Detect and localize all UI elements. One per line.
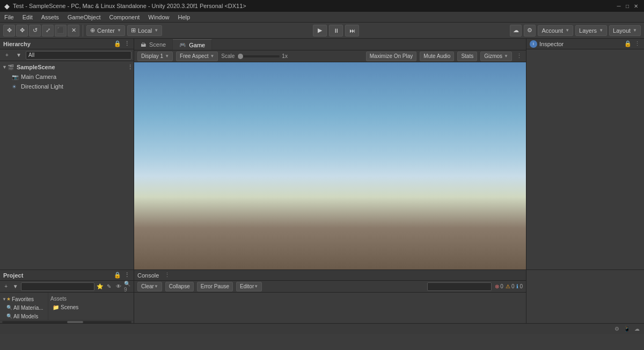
aspect-dropdown[interactable]: Free Aspect ▼ — [176, 52, 218, 61]
inspector-header: i Inspector 🔒 ⋮ — [526, 39, 644, 49]
console-toolbar: Clear ▼ Collapse Error Pause Editor ▼ ⊗ … — [134, 281, 526, 293]
project-search[interactable] — [21, 282, 94, 291]
play-button[interactable]: ▶ — [313, 25, 327, 37]
tree-all-materials[interactable]: 🔍 All Materia... — [0, 303, 48, 312]
layers-dropdown[interactable]: Layers ▼ — [575, 25, 607, 36]
main-scenes-label: Scenes — [61, 304, 78, 310]
hierarchy-item-directionallight[interactable]: ☀ Directional Light — [0, 82, 134, 91]
status-bar: ⚙ 📱 ☁ — [0, 323, 644, 334]
tree-favorites[interactable]: ▼ ★ Favorites — [0, 295, 48, 303]
pause-button[interactable]: ⏸ — [329, 25, 343, 37]
project-count: 🔍9 — [124, 281, 131, 293]
console-search-input[interactable] — [427, 282, 492, 291]
menu-assets[interactable]: Assets — [37, 12, 63, 23]
game-toolbar: Display 1 ▼ Free Aspect ▼ Scale 1x Maxim… — [134, 50, 526, 62]
tab-game[interactable]: 🎮 Game — [173, 39, 212, 50]
display-arrow: ▼ — [165, 54, 169, 59]
camera-label: Main Camera — [21, 74, 56, 80]
error-pause-button[interactable]: Error Pause — [197, 282, 233, 291]
stats-button[interactable]: Stats — [457, 52, 477, 61]
toolbar-right: ☁ ⚙ Account ▼ Layers ▼ Layout ▼ — [510, 25, 641, 37]
hierarchy-dropdown-button[interactable]: ▼ — [14, 50, 24, 60]
services-button[interactable]: ⚙ — [524, 25, 536, 37]
light-label: Directional Light — [21, 83, 63, 90]
layout-dropdown[interactable]: Layout ▼ — [609, 25, 641, 36]
scene-more[interactable]: ⋮ — [126, 63, 134, 71]
tab-scene[interactable]: 🏔 Scene — [134, 39, 173, 50]
hierarchy-more[interactable]: ⋮ — [123, 40, 130, 48]
project-tree: ▼ ★ Favorites 🔍 All Materia... 🔍 All Mod… — [0, 293, 48, 320]
project-content: ▼ ★ Favorites 🔍 All Materia... 🔍 All Mod… — [0, 293, 134, 320]
inspector-icon: i — [530, 40, 537, 48]
space-dropdown[interactable]: ⊞ Local ▼ — [127, 25, 162, 36]
menu-help[interactable]: Help — [173, 12, 194, 23]
project-add-button[interactable]: + — [2, 282, 10, 291]
display-label: Display 1 — [141, 53, 163, 59]
minimize-button[interactable]: ─ — [615, 2, 623, 10]
editor-dropdown[interactable]: Editor ▼ — [236, 282, 262, 291]
step-button[interactable]: ⏭ — [345, 25, 359, 37]
status-item-2: 📱 — [624, 326, 630, 332]
project-hscrollbar[interactable] — [2, 321, 131, 323]
transform-tool[interactable]: ✕ — [68, 25, 79, 37]
menu-component[interactable]: Component — [105, 12, 144, 23]
hierarchy-search[interactable] — [26, 51, 131, 60]
scene-tab-icon: 🏔 — [141, 42, 146, 48]
mute-button[interactable]: Mute Audio — [420, 52, 454, 61]
inspector-lock[interactable]: 🔒 — [625, 41, 631, 47]
pivot-dropdown[interactable]: ⊕ Center ▼ — [86, 25, 125, 36]
aspect-arrow: ▼ — [210, 54, 214, 59]
inspector-more[interactable]: ⋮ — [633, 40, 641, 48]
error-pause-label: Error Pause — [201, 283, 229, 289]
rect-tool[interactable]: ⬛ — [55, 25, 67, 37]
project-assets-path: Assets — [50, 295, 131, 303]
game-tab-icon: 🎮 — [179, 42, 186, 48]
game-toolbar-more[interactable]: ⋮ — [515, 53, 523, 60]
project-dropdown-button[interactable]: ▼ — [11, 282, 19, 291]
hand-tool[interactable]: ✥ — [3, 25, 15, 37]
pivot-label: Center — [97, 27, 115, 34]
status-icon-2: 📱 — [624, 326, 630, 332]
status-icon-1: ⚙ — [614, 326, 619, 332]
editor-label: Editor — [240, 283, 254, 289]
error-icon: ⊗ — [495, 283, 499, 289]
menu-file[interactable]: File — [0, 12, 18, 23]
menu-edit[interactable]: Edit — [18, 12, 37, 23]
scale-slider[interactable] — [237, 55, 280, 57]
project-scenes-folder[interactable]: 📁 Scenes — [50, 303, 131, 311]
inspector-content — [526, 49, 644, 269]
project-favorites-btn[interactable]: ⭐ — [96, 282, 104, 291]
project-more[interactable]: ⋮ — [123, 272, 130, 279]
clear-dropdown[interactable]: Clear ▼ — [137, 282, 162, 291]
account-dropdown[interactable]: Account ▼ — [538, 25, 573, 36]
project-lock[interactable]: 🔒 — [114, 272, 121, 279]
rotate-tool[interactable]: ↺ — [29, 25, 41, 37]
scale-tool[interactable]: ⤢ — [42, 25, 54, 37]
maximize-button[interactable]: Maximize On Play — [366, 52, 417, 61]
console-panel: Console ⋮ Clear ▼ Collapse Error Pause E… — [134, 269, 526, 323]
collapse-button[interactable]: Collapse — [165, 282, 194, 291]
scale-thumb — [238, 54, 243, 59]
hierarchy-lock[interactable]: 🔒 — [114, 41, 121, 47]
console-more[interactable]: ⋮ — [163, 272, 171, 279]
close-button[interactable]: ✕ — [632, 2, 640, 10]
scene-label: SampleScene — [17, 64, 55, 70]
account-label: Account — [541, 27, 563, 34]
menu-gameobject[interactable]: GameObject — [63, 12, 105, 23]
hierarchy-item-maincamera[interactable]: 📷 Main Camera — [0, 72, 134, 82]
move-tool[interactable]: ✥ — [16, 25, 28, 37]
game-tab-label: Game — [189, 42, 205, 48]
project-edit-btn[interactable]: ✎ — [105, 282, 113, 291]
project-view-btn[interactable]: 👁 — [115, 282, 122, 291]
layout-label: Layout — [613, 27, 631, 34]
maximize-button[interactable]: □ — [624, 2, 631, 10]
gizmos-dropdown[interactable]: Gizmos ▼ — [480, 52, 512, 61]
center-panel: 🏔 Scene 🎮 Game Display 1 ▼ Free Aspect ▼… — [134, 39, 526, 269]
display-dropdown[interactable]: Display 1 ▼ — [137, 52, 173, 61]
collab-button[interactable]: ☁ — [510, 25, 522, 37]
hierarchy-add-button[interactable]: + — [2, 50, 12, 60]
hierarchy-item-samplescene[interactable]: ▼ 🎬 SampleScene ⋮ — [0, 62, 134, 72]
menu-window[interactable]: Window — [144, 12, 173, 23]
tree-all-models[interactable]: 🔍 All Models — [0, 312, 48, 320]
error-count: ⊗ 0 — [495, 283, 503, 289]
